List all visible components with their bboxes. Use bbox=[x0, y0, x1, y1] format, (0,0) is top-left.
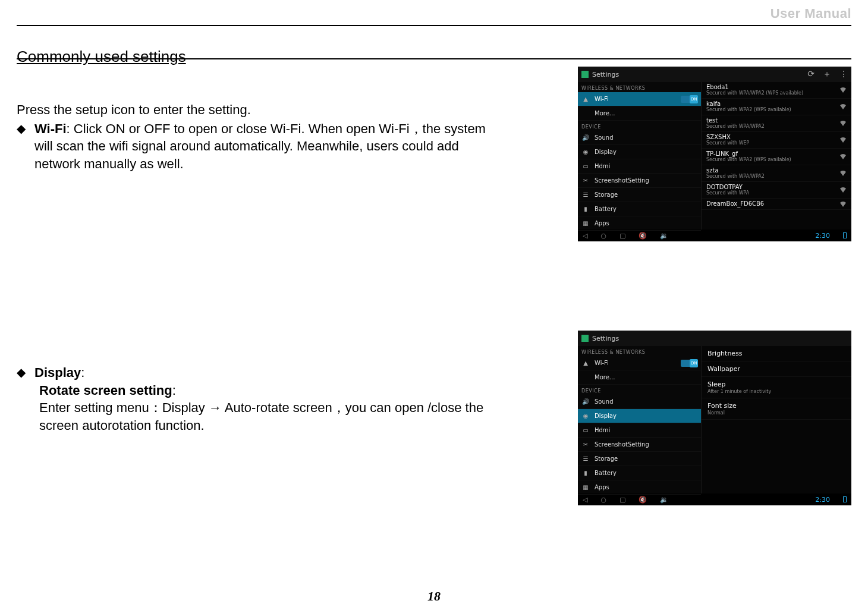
sidebar-item-hdmi[interactable]: ▭Hdmi bbox=[578, 423, 701, 438]
display-option-item[interactable]: Brightness bbox=[702, 346, 851, 361]
sidebar-item-more[interactable]: More... bbox=[578, 370, 701, 385]
battery-status-icon bbox=[843, 496, 847, 502]
home-icon[interactable]: ○ bbox=[600, 496, 606, 504]
vol-down-icon[interactable]: 🔇 bbox=[639, 232, 647, 240]
sidebar-item-screenshot[interactable]: ✂ScreenshotSetting bbox=[578, 438, 701, 452]
sidebar-item-display[interactable]: ◉Display bbox=[578, 145, 701, 159]
display-option-item[interactable]: SleepAfter 1 minute of inactivity bbox=[702, 377, 851, 398]
category-wireless: WIRELESS & NETWORKS bbox=[578, 346, 701, 356]
recent-icon[interactable]: ▢ bbox=[619, 496, 625, 504]
sidebar-item-apps[interactable]: ▦Apps bbox=[578, 480, 701, 495]
signal-icon bbox=[839, 103, 847, 109]
network-security: Secured with WPA/WPA2 bbox=[706, 174, 839, 179]
wifi-network-item[interactable]: SZXSHXSecured with WEP bbox=[702, 132, 851, 149]
bullet-icon: ◆ bbox=[17, 120, 34, 173]
back-icon[interactable]: ◁ bbox=[583, 496, 587, 504]
wifi-network-item[interactable]: sztaSecured with WPA/WPA2 bbox=[702, 165, 851, 182]
document-page: User Manual Commonly used settings Press… bbox=[0, 0, 868, 610]
category-device: DEVICE bbox=[578, 121, 701, 131]
sidebar-item-display[interactable]: ◉Display bbox=[578, 409, 701, 423]
rotate-colon: : bbox=[172, 383, 176, 398]
network-security: Secured with WPA/WPA2 (WPS available) bbox=[706, 90, 839, 96]
hdmi-icon: ▭ bbox=[581, 426, 590, 435]
display-option-item[interactable]: Font sizeNormal bbox=[702, 398, 851, 420]
sidebar-label: More... bbox=[595, 110, 615, 117]
section-title: Commonly used settings bbox=[17, 48, 186, 66]
system-navbar: ◁ ○ ▢ 🔇 🔉 2:30 bbox=[578, 229, 851, 241]
page-number: 18 bbox=[0, 589, 868, 604]
refresh-icon[interactable]: ⟳ bbox=[807, 69, 814, 80]
blank-icon bbox=[581, 373, 590, 382]
clock: 2:30 bbox=[815, 496, 830, 504]
option-name: Brightness bbox=[707, 350, 845, 357]
sidebar-label: Hdmi bbox=[595, 427, 610, 433]
apps-icon: ▦ bbox=[581, 483, 590, 492]
sidebar-label: Display bbox=[595, 149, 617, 155]
back-icon[interactable]: ◁ bbox=[583, 232, 587, 240]
section-rule bbox=[17, 58, 851, 59]
sidebar-label: Apps bbox=[595, 484, 609, 490]
wifi-body: : Click ON or OFF to open or close Wi-Fi… bbox=[34, 121, 486, 171]
sidebar-item-battery[interactable]: ▮Battery bbox=[578, 466, 701, 480]
network-name: DreamBox_FD6CB6 bbox=[706, 200, 839, 207]
category-device: DEVICE bbox=[578, 385, 701, 395]
display-bullet: ◆ Display: Rotate screen setting: Enter … bbox=[17, 364, 492, 435]
sidebar-label: Storage bbox=[595, 455, 618, 462]
wifi-toggle[interactable]: ON bbox=[681, 360, 697, 367]
sidebar-item-hdmi[interactable]: ▭Hdmi bbox=[578, 159, 701, 174]
wifi-bullet: ◆ Wi-Fi: Click ON or OFF to open or clos… bbox=[17, 120, 492, 173]
hdmi-icon: ▭ bbox=[581, 162, 590, 171]
wifi-network-item[interactable]: testSecured with WPA/WPA2 bbox=[702, 115, 851, 132]
sidebar-label: Wi-Fi bbox=[595, 96, 609, 102]
wifi-icon: ▲ bbox=[581, 95, 590, 103]
ss-title: Settings bbox=[592, 71, 619, 78]
vol-down-icon[interactable]: 🔇 bbox=[639, 496, 647, 504]
wifi-network-item[interactable]: DreamBox_FD6CB6 bbox=[702, 199, 851, 210]
header-label: User Manual bbox=[770, 6, 851, 21]
sidebar-item-battery[interactable]: ▮Battery bbox=[578, 202, 701, 216]
apps-icon: ▦ bbox=[581, 219, 590, 228]
sidebar-item-more[interactable]: More... bbox=[578, 106, 701, 121]
screenshot-icon: ✂ bbox=[581, 441, 590, 449]
recent-icon[interactable]: ▢ bbox=[619, 232, 625, 240]
add-icon[interactable]: ＋ bbox=[823, 69, 831, 80]
ss-title: Settings bbox=[592, 335, 619, 342]
overflow-icon[interactable]: ⋮ bbox=[839, 69, 848, 80]
sidebar-item-sound[interactable]: 🔊Sound bbox=[578, 131, 701, 145]
signal-icon bbox=[839, 170, 847, 176]
sidebar-item-storage[interactable]: ☰Storage bbox=[578, 188, 701, 202]
settings-app-icon bbox=[581, 335, 589, 342]
option-name: Sleep bbox=[707, 381, 845, 388]
vol-up-icon[interactable]: 🔉 bbox=[660, 232, 668, 240]
storage-icon: ☰ bbox=[581, 191, 590, 199]
sidebar-item-storage[interactable]: ☰Storage bbox=[578, 452, 701, 466]
network-security: Secured with WPA2 (WPS available) bbox=[706, 107, 839, 112]
clock: 2:30 bbox=[815, 232, 830, 240]
settings-sidebar: WIRELESS & NETWORKS ▲ Wi-Fi ON More... D… bbox=[578, 82, 701, 229]
battery-icon: ▮ bbox=[581, 205, 590, 213]
sidebar-item-sound[interactable]: 🔊Sound bbox=[578, 395, 701, 409]
display-icon: ◉ bbox=[581, 148, 590, 156]
vol-up-icon[interactable]: 🔉 bbox=[660, 496, 668, 504]
wifi-network-item[interactable]: TP-LINK_gfSecured with WPA2 (WPS availab… bbox=[702, 149, 851, 165]
display-option-item[interactable]: Wallpaper bbox=[702, 361, 851, 377]
display-text: Display: Rotate screen setting: Enter se… bbox=[34, 364, 492, 435]
wifi-network-item[interactable]: DOTDOTPAYSecured with WPA bbox=[702, 182, 851, 199]
screenshot-wifi: Settings ⟳ ＋ ⋮ WIRELESS & NETWORKS ▲ Wi-… bbox=[578, 67, 851, 241]
sidebar-label: Hdmi bbox=[595, 163, 610, 169]
signal-icon bbox=[839, 120, 847, 126]
wifi-network-item[interactable]: kaifaSecured with WPA2 (WPS available) bbox=[702, 99, 851, 115]
sidebar-label: Sound bbox=[595, 134, 614, 141]
sidebar-item-apps[interactable]: ▦Apps bbox=[578, 216, 701, 231]
sidebar-item-wifi[interactable]: ▲ Wi-Fi ON bbox=[578, 92, 701, 106]
sidebar-item-wifi[interactable]: ▲ Wi-Fi ON bbox=[578, 356, 701, 370]
wifi-network-item[interactable]: Eboda1Secured with WPA/WPA2 (WPS availab… bbox=[702, 82, 851, 99]
home-icon[interactable]: ○ bbox=[600, 232, 606, 240]
signal-icon bbox=[839, 201, 847, 207]
sidebar-item-screenshot[interactable]: ✂ScreenshotSetting bbox=[578, 174, 701, 188]
network-name: DOTDOTPAY bbox=[706, 184, 839, 190]
battery-icon: ▮ bbox=[581, 469, 590, 477]
wifi-toggle[interactable]: ON bbox=[681, 96, 697, 103]
category-wireless: WIRELESS & NETWORKS bbox=[578, 82, 701, 92]
option-name: Font size bbox=[707, 402, 845, 410]
